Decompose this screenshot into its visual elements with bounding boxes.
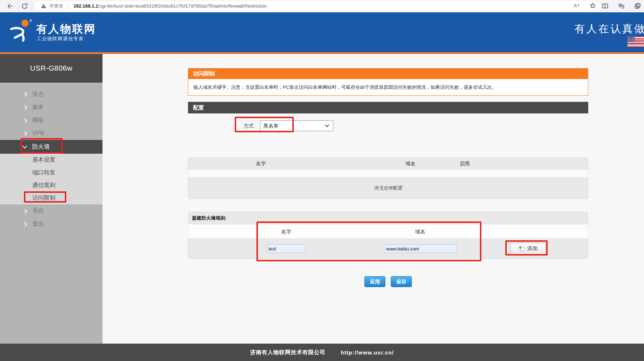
collections-icon[interactable]	[634, 3, 641, 9]
add-button[interactable]: 添加	[510, 243, 546, 254]
address-bar[interactable]: 不安全 | 192.168.1.1/cgi-bin/luci/;stok=eca…	[35, 1, 601, 11]
split-screen-icon[interactable]	[602, 3, 609, 9]
favorites-list-icon[interactable]	[618, 3, 625, 9]
company-website-link[interactable]: http://www.usr.cn/	[341, 349, 394, 356]
new-rule-row: 添加	[188, 239, 588, 258]
action-buttons: 应用 保存	[188, 276, 588, 287]
new-rule-header: 名字 域名	[188, 224, 588, 239]
column-header-domain: 域名	[405, 158, 415, 169]
rules-table-header: 名字 域名 启用	[188, 158, 588, 169]
sidebar-item-label: 服务	[32, 104, 44, 111]
sidebar-item-status[interactable]: 状态	[0, 88, 103, 101]
usr-logo: ®	[9, 18, 33, 44]
submenu-item-label: 基本设置	[32, 156, 55, 164]
language-flag-us[interactable]	[627, 36, 644, 47]
submenu-item-port-forwarding[interactable]: 端口转发	[0, 166, 103, 179]
mode-select-value: 黑名单	[263, 123, 279, 129]
sidebar-item-network[interactable]: 网络	[0, 114, 103, 127]
brand-name: 有人物联网	[36, 22, 96, 37]
config-section-title: 配置	[188, 102, 588, 113]
browser-toolbar: 不安全 | 192.168.1.1/cgi-bin/luci/;stok=eca…	[0, 0, 644, 12]
chevron-right-icon	[22, 105, 27, 110]
sidebar-item-firewall[interactable]: 防火墙	[0, 140, 103, 154]
header-slogan: 有人在认真做	[574, 22, 644, 36]
not-secure-warning-icon[interactable]	[41, 3, 47, 9]
refresh-icon[interactable]	[21, 3, 28, 10]
back-icon[interactable]	[7, 3, 14, 10]
page-description: 输入域名关键字。注意：当设置白名单时，PC首次访问白名单网站时，可能存在由于浏览…	[188, 79, 588, 96]
sidebar-item-logout[interactable]: 退出	[0, 217, 103, 231]
submenu-item-basic-settings[interactable]: 基本设置	[0, 154, 103, 166]
company-name: 济南有人物联网技术有限公司	[250, 349, 326, 356]
sidebar-item-label: 网络	[32, 117, 44, 124]
page-title: 访问限制	[188, 68, 588, 79]
screenshot-root: 不安全 | 192.168.1.1/cgi-bin/luci/;stok=eca…	[0, 0, 644, 361]
chevron-right-icon	[22, 222, 27, 227]
brand-tagline: 工业物联网通信专家	[37, 36, 84, 42]
chevron-right-icon	[22, 131, 27, 136]
sidebar-item-label: 防火墙	[32, 143, 50, 151]
select-chevron-icon	[325, 123, 329, 127]
column-header-name: 名字	[256, 158, 266, 169]
sidebar-item-service[interactable]: 服务	[0, 101, 103, 114]
device-name: USR-G806w	[0, 54, 103, 83]
save-button[interactable]: 保存	[391, 276, 412, 287]
submenu-item-traffic-rules[interactable]: 通信规则	[0, 179, 103, 192]
chevron-right-icon	[22, 118, 27, 123]
main-content: 访问限制 输入域名关键字。注意：当设置白名单时，PC首次访问白名单网站时，可能存…	[103, 54, 644, 344]
url-host: 192.168.1.1	[74, 3, 99, 9]
page-footer: 济南有人物联网技术有限公司 http://www.usr.cn/	[0, 344, 644, 361]
table-row	[188, 169, 588, 178]
new-rule-title: 新建防火墙规则:	[188, 212, 588, 224]
new-rule-table: 新建防火墙规则: 名字 域名 添加	[188, 212, 588, 259]
sidebar-item-label: VPN	[32, 130, 44, 137]
chevron-down-icon	[22, 144, 27, 149]
submenu-item-label: 访问限制	[32, 194, 55, 202]
add-page-icon	[519, 246, 525, 252]
flag-canton	[627, 36, 635, 42]
url-path: /cgi-bin/luci/;stok=eca93318f20cbc81c7fc…	[98, 3, 267, 9]
new-rule-column-domain: 域名	[415, 224, 425, 239]
submenu-item-label: 通信规则	[32, 182, 55, 189]
security-label[interactable]: 不安全	[49, 3, 63, 9]
svg-text:A: A	[574, 3, 577, 8]
submenu-item-access-restriction[interactable]: 访问限制	[0, 192, 103, 204]
mode-select[interactable]: 黑名单	[260, 120, 333, 131]
new-rule-column-name: 名字	[281, 224, 291, 239]
submenu-item-label: 端口转发	[32, 169, 55, 177]
read-aloud-icon[interactable]: A	[573, 2, 580, 9]
registered-mark: ®	[29, 19, 32, 23]
app-header: ® 有人物联网 工业物联网通信专家 有人在认真做	[0, 12, 644, 52]
column-header-enable: 启用	[460, 158, 470, 169]
sidebar: USR-G806w 状态 服务 网络 VPN 防火墙 基本设置 端口转发 通信规…	[0, 54, 103, 344]
rule-domain-input[interactable]	[384, 244, 456, 253]
mode-label: 方式	[243, 123, 254, 129]
sidebar-item-vpn[interactable]: VPN	[0, 127, 103, 140]
apply-button[interactable]: 应用	[364, 276, 385, 287]
rules-table: 名字 域名 启用 尚无任何配置	[188, 157, 588, 199]
sidebar-item-system[interactable]: 系统	[0, 204, 103, 217]
address-separator: |	[68, 3, 69, 9]
rule-name-input[interactable]	[266, 244, 306, 253]
add-button-label: 添加	[527, 245, 538, 252]
sidebar-item-label: 系统	[32, 207, 44, 215]
chevron-right-icon	[22, 92, 27, 97]
chevron-right-icon	[22, 209, 27, 213]
sidebar-item-label: 状态	[32, 91, 44, 98]
favorite-star-icon[interactable]	[589, 2, 596, 9]
empty-state: 尚无任何配置	[188, 178, 588, 199]
sidebar-item-label: 退出	[32, 220, 44, 228]
